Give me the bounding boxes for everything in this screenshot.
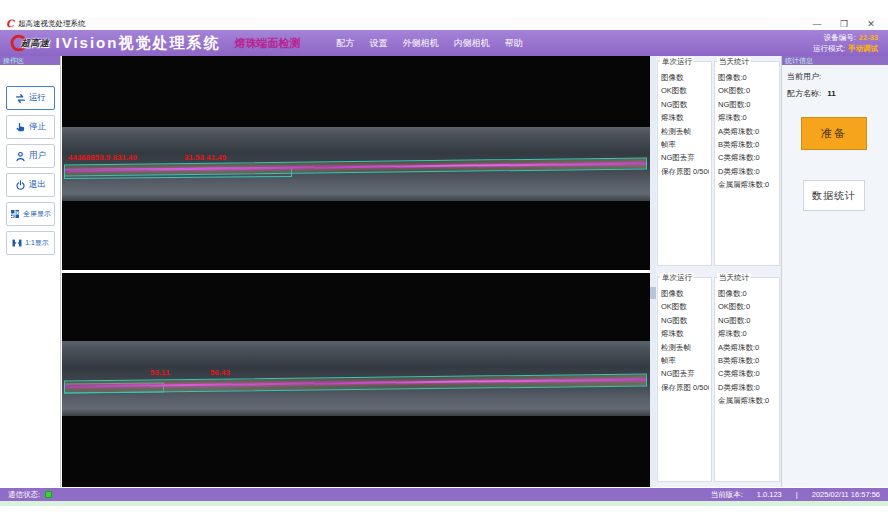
maximize-button[interactable]: ❐ [839,19,849,29]
device-number-value: 22-33 [859,33,878,42]
daily-stats-groupbox: 当天统计 图像数:0OK图数:0NG图数:0熔珠数:0A类熔珠数:0B类熔珠数:… [714,277,780,482]
app-title: IVision视觉处理系统 [56,34,221,53]
status-bar: 通信状态: 当前版本: 1.0.123 | 2025/02/11 16:57:5… [0,488,888,501]
daily-stats-title: 当天统计 [717,57,751,67]
brand-logo-text: 超高速 [21,37,50,50]
app-logo-icon: C [6,19,14,29]
single-run-groupbox: 单次运行 图像数OK图数NG图数熔珠数检测丢帧帧率NG图丢弃保存原图 0/500 [657,277,712,482]
info-panel: 统计信息 当前用户: 配方名称:11 准备 数据统计 [781,56,888,487]
stat-row: D类熔珠数:0 [718,381,777,394]
stat-row: OK图数 [661,84,709,97]
run-button-label: 运行 [29,92,46,104]
exit-button[interactable]: 退出 [6,173,55,197]
brand-logo: 超高速 [8,33,50,53]
stat-row: NG图丢弃 [661,151,709,164]
stat-row: 熔珠数 [661,327,709,340]
measurement-annotation: 44368853.9 831.49 [68,153,137,162]
one-to-one-button[interactable]: 1:1显示 [6,231,55,255]
version-label: 当前版本: [711,490,743,500]
user-button[interactable]: 用户 [6,144,55,168]
stats-area: 单次运行 图像数OK图数NG图数熔珠数检测丢帧帧率NG图丢弃保存原图 0/500… [656,56,781,487]
current-user-row: 当前用户: [787,71,888,82]
menu-item-recipe[interactable]: 配方 [336,37,354,50]
version-value: 1.0.123 [757,490,782,499]
taskbar-strip [0,501,888,506]
stat-row: NG图数 [661,98,709,111]
stat-row: 帧率 [661,138,709,151]
bead-centerline [65,162,646,171]
comm-status-label: 通信状态: [8,490,40,500]
stat-row: 图像数:0 [718,287,777,300]
comm-status-indicator [45,491,52,498]
fullscreen-grid-icon [9,208,21,220]
close-button[interactable]: ✕ [866,19,876,29]
desktop: C 超高速视觉处理系统 — ❐ ✕ 超高速 IVision视觉处理系统 熔珠端面… [0,0,888,522]
stop-button-label: 停止 [29,121,46,133]
stat-row: A类熔珠数:0 [718,125,777,138]
hand-stop-icon [14,121,27,134]
info-panel-title: 统计信息 [782,56,888,65]
stat-row: 保存原图 0/500 [661,381,709,394]
stat-row: B类熔珠数:0 [718,138,777,151]
stat-row: 熔珠数:0 [718,111,777,124]
datetime: 2025/02/11 16:57:56 [812,490,880,499]
sidebar-title: 操作区 [0,56,60,65]
run-icon [14,92,27,105]
stat-row: C类熔珠数:0 [718,151,777,164]
outer-camera-view: 44368853.9 831.49 31.53 41.49 [62,56,650,270]
menu-item-outer-camera[interactable]: 外侧相机 [402,37,438,50]
stat-row: OK图数:0 [718,300,777,313]
stop-button[interactable]: 停止 [6,115,55,139]
stat-row: 图像数:0 [718,71,777,84]
menu-item-inner-camera[interactable]: 内侧相机 [453,37,489,50]
inner-camera-view: 53.11 56.43 [62,273,650,487]
version-info: 当前版本: 1.0.123 | 2025/02/11 16:57:56 [711,490,880,500]
stat-row: OK图数 [661,300,709,313]
power-icon [14,179,27,192]
camera-area: 44368853.9 831.49 31.53 41.49 53.11 56.4… [62,56,650,487]
stat-row: NG图数:0 [718,314,777,327]
window-title: 超高速视觉处理系统 [18,19,86,29]
exit-button-label: 退出 [29,179,46,191]
stat-row: OK图数:0 [718,84,777,97]
data-statistics-button[interactable]: 数据统计 [803,180,865,211]
stat-row: NG图数 [661,314,709,327]
stat-row: 图像数 [661,287,709,300]
one-to-one-icon [11,237,23,249]
recipe-name-value: 11 [827,89,835,98]
stat-row: 金属屑熔珠数:0 [718,394,777,407]
minimize-button[interactable]: — [812,19,822,29]
window-titlebar: C 超高速视觉处理系统 — ❐ ✕ [0,17,888,30]
stat-row: 熔珠数:0 [718,327,777,340]
single-run-groupbox: 单次运行 图像数OK图数NG图数熔珠数检测丢帧帧率NG图丢弃保存原图 0/500 [657,61,712,266]
main-menu: 配方 设置 外侧相机 内侧相机 帮助 [336,37,522,50]
one-to-one-button-label: 1:1显示 [25,238,49,248]
inner-camera-stats: 单次运行 图像数OK图数NG图数熔珠数检测丢帧帧率NG图丢弃保存原图 0/500… [656,272,781,484]
stat-row: 保存原图 0/500 [661,165,709,178]
run-mode-label: 运行模式: [813,44,845,53]
daily-stats-groupbox: 当天统计 图像数:0OK图数:0NG图数:0熔珠数:0A类熔珠数:0B类熔珠数:… [714,61,780,266]
stat-row: NG图丢弃 [661,367,709,380]
stat-row: A类熔珠数:0 [718,341,777,354]
app-header: 超高速 IVision视觉处理系统 熔珠端面检测 配方 设置 外侧相机 内侧相机… [0,30,888,56]
run-button[interactable]: 运行 [6,86,55,110]
fullscreen-button[interactable]: 全屏显示 [6,202,55,226]
stat-row: 检测丢帧 [661,341,709,354]
recipe-name-label: 配方名称: [787,89,821,98]
stat-row: 检测丢帧 [661,125,709,138]
single-run-title: 单次运行 [660,273,694,283]
operation-sidebar: 操作区 运行 停止 用户 退出 全屏显示 [0,56,61,487]
bead-centerline [65,378,646,387]
stat-row: D类熔珠数:0 [718,165,777,178]
stat-row: 金属屑熔珠数:0 [718,178,777,191]
stat-row: C类熔珠数:0 [718,367,777,380]
device-number-row: 设备编号:22-33 [813,32,878,43]
measurement-annotation: 31.53 41.49 [184,153,226,162]
current-user-label: 当前用户: [787,72,821,81]
sidebar-buttons: 运行 停止 用户 退出 全屏显示 1:1显示 [0,86,60,255]
menu-item-settings[interactable]: 设置 [369,37,387,50]
stat-row: NG图数:0 [718,98,777,111]
separator: | [796,490,798,499]
menu-item-help[interactable]: 帮助 [504,37,522,50]
prepare-button[interactable]: 准备 [801,117,867,150]
